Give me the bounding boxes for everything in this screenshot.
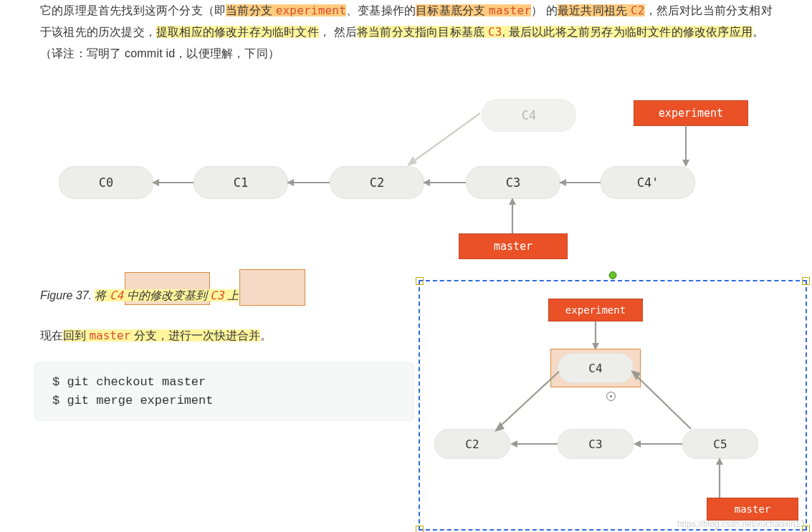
commit-node-c0: C0: [59, 166, 153, 199]
svg-marker-16: [510, 440, 517, 448]
fig2-commit-c5: C5: [682, 429, 758, 459]
branch-label-experiment: experiment: [634, 100, 748, 126]
code-block[interactable]: $ git checkout master $ git merge experi…: [34, 362, 414, 421]
arrow-c2-c1: [287, 177, 330, 188]
commit-node-c2: C2: [330, 166, 424, 199]
arrow-experiment-c4p: [680, 125, 692, 167]
fig2-arrow-c3-c2: [510, 438, 558, 450]
intro-paragraph: 它的原理是首先找到这两个分支（即当前分支 experiment、变基操作的目标基…: [40, 0, 784, 64]
arrow-c3-c2: [423, 177, 466, 188]
commit-node-c1: C1: [194, 166, 288, 199]
commit-node-c3: C3: [466, 166, 560, 199]
fig2-commit-c2: C2: [434, 429, 510, 459]
svg-marker-11: [682, 160, 689, 167]
watermark: https://blog.csdn.net/xuchaoxin13: [677, 519, 805, 529]
fig2-arrow-c5-c3: [634, 438, 682, 450]
svg-line-8: [413, 113, 480, 162]
branch-label-master: master: [459, 233, 568, 259]
arrow-c4-c2: [403, 106, 483, 170]
fig2-arrow-master-c5: [714, 458, 725, 498]
selected-region[interactable]: experiment C4 C2 C3 C5 master: [419, 280, 807, 531]
fig2-branch-master: master: [707, 498, 798, 521]
svg-marker-18: [634, 440, 641, 448]
svg-line-22: [636, 376, 691, 429]
pivot-marker-icon: [606, 392, 616, 401]
fig2-commit-c4: C4: [558, 353, 634, 383]
arrow-master-c3: [507, 198, 518, 233]
fig2-branch-experiment: experiment: [548, 299, 643, 321]
commit-node-c4prime: C4': [601, 166, 695, 199]
commit-node-c4: C4: [482, 99, 576, 132]
rotate-handle-icon[interactable]: [609, 271, 617, 279]
svg-marker-9: [407, 156, 417, 166]
figure-caption: Figure 37. 将 C4 中的修改变基到 C3 上: [40, 289, 239, 304]
arrow-c1-c0: [152, 177, 194, 188]
fig2-arrow-exp-c4: [590, 321, 601, 350]
mid-text: 现在回到 master 分支，进行一次快进合并。: [40, 329, 272, 344]
arrow-c4p-c3: [559, 177, 601, 188]
fig2-commit-c3: C3: [558, 429, 634, 459]
